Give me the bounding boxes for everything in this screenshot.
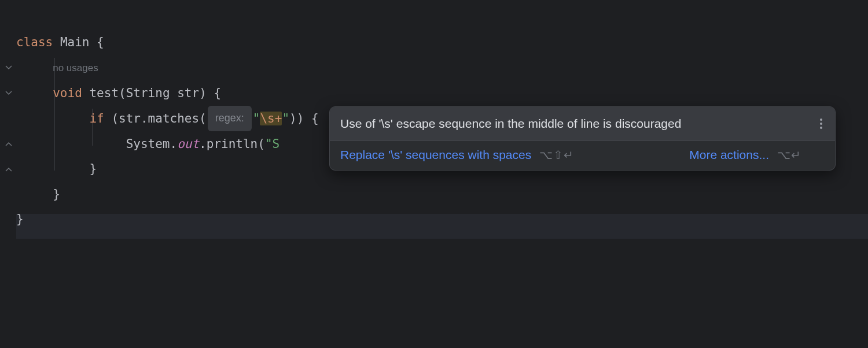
brace-close: } bbox=[53, 187, 60, 201]
param-name: str bbox=[170, 86, 200, 100]
fold-end-icon[interactable] bbox=[5, 140, 14, 149]
brace-close: } bbox=[89, 162, 97, 176]
popup-title: Use of '\s' escape sequence in the middl… bbox=[340, 117, 681, 131]
string-open: " bbox=[253, 112, 260, 125]
field-out: out bbox=[177, 137, 199, 151]
string: S bbox=[273, 137, 280, 151]
code-text: .println( bbox=[199, 137, 265, 151]
more-actions-link[interactable]: More actions... bbox=[689, 148, 769, 162]
method-name: test bbox=[89, 86, 119, 100]
fold-end-icon[interactable] bbox=[5, 165, 14, 175]
escape-sequence-warning[interactable]: \s+ bbox=[260, 112, 282, 125]
code-area[interactable]: class Main { no usages void test(String … bbox=[16, 5, 319, 257]
fold-icon[interactable] bbox=[5, 64, 14, 73]
keyword-class: class bbox=[16, 35, 53, 49]
gutter bbox=[0, 0, 16, 348]
param-hint: regex: bbox=[208, 106, 252, 131]
keyword-void: void bbox=[53, 86, 82, 100]
punct: (str.matches( bbox=[104, 112, 207, 125]
keyword-if: if bbox=[89, 112, 104, 125]
quickfix-replace[interactable]: Replace '\s' sequences with spaces bbox=[340, 148, 531, 162]
popup-actions: Replace '\s' sequences with spaces ⌥⇧↵ M… bbox=[330, 140, 835, 170]
shortcut-label: ⌥↵ bbox=[777, 148, 801, 162]
brace-close: } bbox=[16, 212, 24, 226]
punct: )) { bbox=[289, 112, 319, 125]
code-editor[interactable]: class Main { no usages void test(String … bbox=[0, 0, 868, 348]
inspection-popup: Use of '\s' escape sequence in the middl… bbox=[329, 106, 836, 171]
string-close: " bbox=[282, 112, 289, 125]
more-options-icon[interactable] bbox=[818, 116, 825, 131]
type: String bbox=[126, 86, 170, 100]
string: " bbox=[265, 137, 273, 151]
popup-header: Use of '\s' escape sequence in the middl… bbox=[330, 107, 835, 140]
code-text: System. bbox=[126, 137, 178, 151]
usage-hint: no usages bbox=[53, 62, 98, 73]
punct: { bbox=[89, 35, 104, 49]
shortcut-label: ⌥⇧↵ bbox=[539, 148, 574, 162]
fold-icon[interactable] bbox=[5, 89, 14, 98]
punct: ( bbox=[119, 86, 126, 100]
punct: ) { bbox=[199, 86, 221, 100]
class-name: Main bbox=[60, 35, 90, 49]
